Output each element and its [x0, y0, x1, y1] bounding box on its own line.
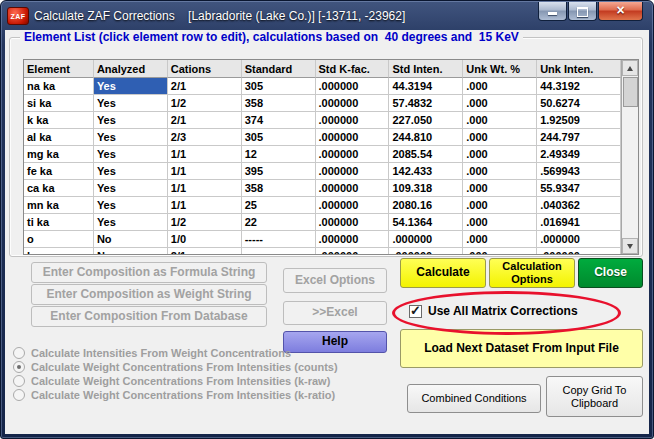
- grid-cell[interactable]: 1.92509: [537, 112, 621, 129]
- grid-cell[interactable]: 142.433: [389, 163, 463, 180]
- grid-cell[interactable]: 305: [242, 78, 316, 95]
- grid-cell[interactable]: 358: [242, 180, 316, 197]
- grid-cell[interactable]: 1/1: [168, 163, 242, 180]
- grid-cell[interactable]: 244.797: [537, 129, 621, 146]
- radio-button-icon[interactable]: [13, 389, 25, 401]
- radio-button-icon[interactable]: [13, 347, 25, 359]
- grid-cell[interactable]: .000: [463, 112, 537, 129]
- grid-cell[interactable]: ca ka: [24, 180, 94, 197]
- grid-cell[interactable]: .000000: [316, 180, 390, 197]
- grid-cell[interactable]: 1/0: [168, 231, 242, 248]
- radio-button-icon[interactable]: [13, 375, 25, 387]
- grid-cell[interactable]: 2/1: [168, 112, 242, 129]
- radio-weight-from-intensities-counts[interactable]: Calculate Weight Concentrations From Int…: [13, 360, 338, 373]
- grid-cell[interactable]: .016941: [537, 214, 621, 231]
- grid-cell[interactable]: .000: [463, 95, 537, 112]
- enter-weight-string-button[interactable]: Enter Composition as Weight String: [31, 284, 267, 305]
- grid-cell[interactable]: 54.1364: [389, 214, 463, 231]
- grid-cell[interactable]: .000000: [316, 78, 390, 95]
- calculate-button[interactable]: Calculate: [400, 258, 486, 288]
- grid-cell[interactable]: .000000: [389, 248, 463, 254]
- grid-cell[interactable]: .569943: [537, 163, 621, 180]
- radio-weight-from-intensities-kratio[interactable]: Calculate Weight Concentrations From Int…: [13, 388, 335, 401]
- grid-cell[interactable]: .000000: [316, 112, 390, 129]
- grid-cell[interactable]: 2/3: [168, 129, 242, 146]
- close-button[interactable]: Close: [578, 258, 643, 288]
- grid-cell[interactable]: .000000: [316, 214, 390, 231]
- grid-cell[interactable]: No: [94, 248, 168, 254]
- grid-column-header[interactable]: Analyzed: [94, 60, 168, 78]
- grid-cell[interactable]: 44.3192: [537, 78, 621, 95]
- grid-cell[interactable]: 358: [242, 95, 316, 112]
- grid-cell[interactable]: Yes: [94, 112, 168, 129]
- grid-cell[interactable]: .000: [463, 163, 537, 180]
- grid-cell[interactable]: 1/2: [168, 95, 242, 112]
- grid-cell[interactable]: .000000: [316, 129, 390, 146]
- grid-cell[interactable]: .000: [463, 214, 537, 231]
- grid-cell[interactable]: -----: [242, 231, 316, 248]
- grid-cell[interactable]: Yes: [94, 180, 168, 197]
- grid-cell[interactable]: 244.810: [389, 129, 463, 146]
- grid-cell[interactable]: Yes: [94, 146, 168, 163]
- grid-column-header[interactable]: Unk Inten.: [537, 60, 621, 78]
- grid-cell[interactable]: 395: [242, 163, 316, 180]
- grid-row[interactable]: si kaYes1/2358.00000057.4832.00050.6274: [24, 95, 621, 112]
- grid-cell[interactable]: fe ka: [24, 163, 94, 180]
- grid-cell[interactable]: .000: [463, 129, 537, 146]
- grid-cell[interactable]: si ka: [24, 95, 94, 112]
- grid-cell[interactable]: Yes: [94, 163, 168, 180]
- grid-cell[interactable]: mn ka: [24, 197, 94, 214]
- grid-cell[interactable]: .000000: [316, 163, 390, 180]
- grid-cell[interactable]: Yes: [94, 197, 168, 214]
- grid-cell[interactable]: 57.4832: [389, 95, 463, 112]
- combined-conditions-button[interactable]: Combined Conditions: [407, 384, 541, 413]
- grid-cell[interactable]: o: [24, 231, 94, 248]
- grid-cell[interactable]: .040362: [537, 197, 621, 214]
- grid-cell[interactable]: na ka: [24, 78, 94, 95]
- grid-cell[interactable]: ti ka: [24, 214, 94, 231]
- grid-cell[interactable]: 50.6274: [537, 95, 621, 112]
- grid-cell[interactable]: 227.050: [389, 112, 463, 129]
- grid-cell[interactable]: .000000: [316, 197, 390, 214]
- use-all-matrix-checkbox[interactable]: ✓ Use All Matrix Corrections: [409, 303, 578, 319]
- grid-cell[interactable]: 2080.16: [389, 197, 463, 214]
- grid-cell[interactable]: -----: [242, 248, 316, 254]
- radio-weight-from-intensities-kraw[interactable]: Calculate Weight Concentrations From Int…: [13, 374, 330, 387]
- calculation-options-button[interactable]: Calculation Options: [489, 258, 575, 288]
- close-window-button[interactable]: ×: [598, 2, 643, 21]
- radio-button-icon[interactable]: [13, 361, 25, 373]
- grid-cell[interactable]: .000000: [389, 231, 463, 248]
- grid-cell[interactable]: .000000: [316, 146, 390, 163]
- grid-cell[interactable]: .000000: [316, 231, 390, 248]
- grid-cell[interactable]: .000: [463, 197, 537, 214]
- grid-cell[interactable]: .000000: [316, 95, 390, 112]
- grid-row[interactable]: al kaYes2/3305.000000244.810.000244.797: [24, 129, 621, 146]
- grid-cell[interactable]: 1/1: [168, 180, 242, 197]
- grid-cell[interactable]: 2.49349: [537, 146, 621, 163]
- grid-cell[interactable]: 1/1: [168, 146, 242, 163]
- grid-column-header[interactable]: Standard: [242, 60, 316, 78]
- grid-column-header[interactable]: Element: [24, 60, 94, 78]
- grid-cell[interactable]: .000: [463, 180, 537, 197]
- grid-cell[interactable]: 109.318: [389, 180, 463, 197]
- grid-cell[interactable]: k ka: [24, 112, 94, 129]
- grid-row[interactable]: hNo2/1-----.000000.000000.000.000000: [24, 248, 621, 254]
- grid-row[interactable]: k kaYes2/1374.000000227.050.0001.92509: [24, 112, 621, 129]
- grid-cell[interactable]: 374: [242, 112, 316, 129]
- grid-row[interactable]: fe kaYes1/1395.000000142.433.000.569943: [24, 163, 621, 180]
- grid-row[interactable]: oNo1/0-----.000000.000000.000.000000: [24, 231, 621, 248]
- grid-cell[interactable]: mg ka: [24, 146, 94, 163]
- titlebar[interactable]: ZAF Calculate ZAF Corrections [Labradori…: [7, 2, 647, 30]
- grid-column-header[interactable]: Std K-fac.: [316, 60, 390, 78]
- grid-cell[interactable]: Yes: [94, 78, 168, 95]
- grid-row[interactable]: mn kaYes1/125.0000002080.16.000.040362: [24, 197, 621, 214]
- grid-column-header[interactable]: Std Inten.: [389, 60, 463, 78]
- grid-vertical-scrollbar[interactable]: [621, 60, 638, 254]
- grid-cell[interactable]: .000000: [537, 248, 621, 254]
- copy-grid-to-clipboard-button[interactable]: Copy Grid To Clipboard: [546, 376, 643, 417]
- excel-options-button[interactable]: Excel Options: [283, 268, 387, 293]
- help-button[interactable]: Help: [283, 331, 387, 353]
- grid-row[interactable]: na kaYes2/1305.00000044.3194.00044.3192: [24, 78, 621, 95]
- grid-cell[interactable]: 2/1: [168, 78, 242, 95]
- grid-cell[interactable]: .000: [463, 146, 537, 163]
